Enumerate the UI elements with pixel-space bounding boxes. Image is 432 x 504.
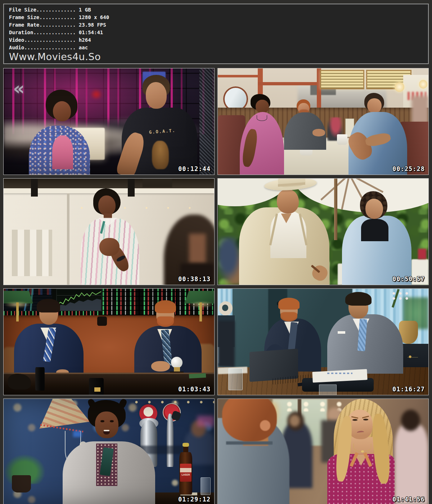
balcony-post-1 (31, 179, 38, 197)
info-frame-size: Frame Size............ 1280 x 640 (9, 14, 423, 21)
man1-necklace (257, 115, 267, 121)
pendant-lamp-2 (419, 80, 427, 89)
site-watermark: Www.Movies4u.So (9, 51, 423, 62)
ceiling-spotlights (71, 205, 197, 211)
door-frame-line (67, 193, 69, 285)
screenshot-grid: « G.O.A.T. 00:12:44 (3, 68, 429, 504)
man1-face (256, 100, 269, 113)
screenshot-diner: 00:25:28 (217, 68, 429, 175)
timestamp-overlay: 01:03:43 (178, 386, 211, 393)
foreground-collar (226, 441, 273, 445)
red-flowers (418, 249, 426, 260)
info-audio: Audio................. aac (9, 44, 423, 51)
balcony-furniture (143, 179, 172, 187)
window-guests-blur (411, 96, 428, 124)
screenshot-office-meeting: 01:16:27 (217, 288, 429, 395)
screenshot-party: 01:41:56 (217, 399, 429, 504)
orchid-flowers (391, 291, 412, 302)
umbrella-pole (334, 179, 337, 240)
vignette (4, 68, 214, 175)
timestamp-overlay: 00:25:28 (392, 165, 425, 172)
pocket-square (338, 331, 345, 334)
info-video: Video................. h264 (9, 36, 423, 44)
timestamp-overlay: 01:41:56 (392, 496, 425, 503)
timestamp-overlay: 01:16:27 (392, 386, 425, 393)
man2-hair (345, 292, 372, 306)
screenshot-pub-bar: LAGER 01:29:12 (3, 399, 215, 504)
foreground-man-ear (260, 420, 270, 431)
cena-face (277, 189, 299, 214)
notebook-green (189, 373, 206, 378)
media-info-panel: File Size............. 1 GB Frame Size..… (3, 4, 429, 64)
ring-sculpture-hole (222, 305, 229, 311)
coffee-mug-2 (337, 134, 347, 145)
timestamp-overlay: 00:50:57 (392, 275, 425, 283)
foreground-man-head (222, 399, 277, 441)
tumbler-1 (35, 367, 45, 391)
gold-item (94, 387, 101, 392)
tumbler-2 (89, 378, 104, 395)
info-file-size: File Size............. 1 GB (9, 6, 423, 14)
vignette (4, 399, 214, 504)
balcony-post-2 (128, 179, 135, 197)
man-face (98, 195, 116, 216)
timestamp-overlay: 00:12:44 (178, 165, 211, 172)
cabinet-gold-logo (408, 352, 418, 361)
media-info-sheet: File Size............. 1 GB Frame Size..… (0, 4, 432, 504)
guest3-head (401, 410, 420, 431)
man2-face (365, 199, 383, 219)
necklace-pendant (361, 450, 364, 453)
far-left-person-blur (218, 321, 235, 368)
water-glass-center (319, 384, 337, 396)
screenshot-trading-desk: 01:03:43 (3, 288, 215, 395)
water-glass-left (228, 368, 243, 390)
info-duration: Duration.............. 01:54:41 (9, 29, 423, 36)
rust-beam-h (218, 75, 258, 77)
document-text-lines (327, 373, 352, 374)
wall-slats (12, 230, 52, 276)
menu-board-1 (320, 70, 364, 89)
screenshot-garden-party: 00:50:57 (217, 178, 429, 285)
clasped-hands (99, 238, 120, 256)
foreground-face-edge (189, 234, 206, 264)
timestamp-overlay: 00:38:13 (178, 275, 211, 283)
man3-face (367, 98, 382, 113)
man1-red-hair (278, 298, 300, 309)
woman-eye-left (352, 419, 357, 421)
screenshot-apartment: 00:38:13 (3, 178, 215, 285)
pendant-lamp-1 (395, 82, 404, 92)
man2-hands (312, 129, 325, 136)
rust-beam-2 (258, 82, 321, 85)
man2-black-tee (361, 219, 388, 241)
guest1-face-hint (289, 415, 300, 426)
timestamp-overlay: 01:29:12 (178, 496, 211, 503)
info-frame-rate: Frame Rate............ 23.98 FPS (9, 21, 423, 29)
screenshot-nightclub: « G.O.A.T. 00:12:44 (3, 68, 215, 175)
woman-eye-right (363, 419, 368, 420)
guest3-pink-body (395, 424, 428, 504)
